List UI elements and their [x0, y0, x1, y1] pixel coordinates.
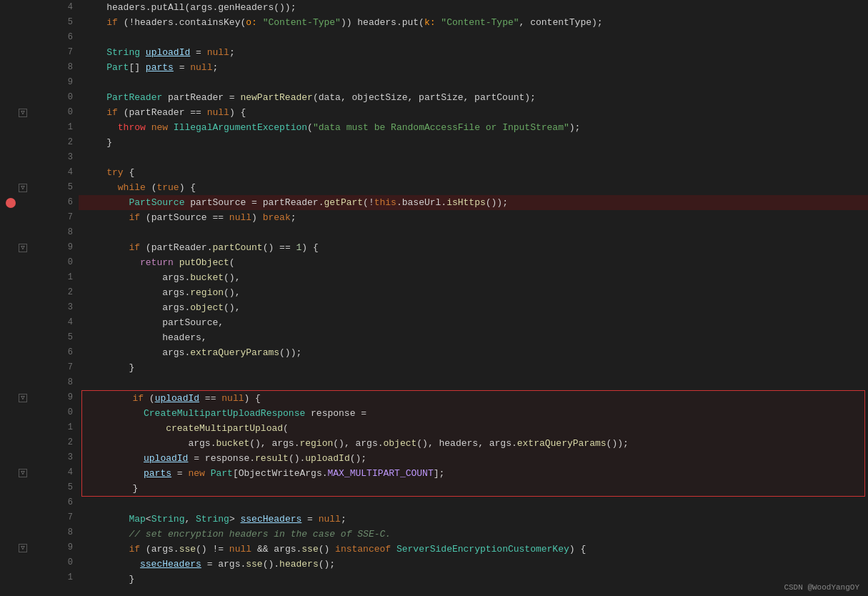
code-token — [84, 527, 129, 542]
code-token: (); — [319, 557, 335, 572]
code-token: args. — [84, 285, 190, 300]
code-token: (), headers, args. — [416, 436, 517, 451]
code-token — [168, 120, 174, 135]
code-token: () == — [263, 240, 296, 255]
code-token: ) { — [301, 240, 318, 255]
code-token — [84, 90, 106, 105]
code-line: ssecHeaders = args. sse (). headers (); — [79, 557, 868, 572]
code-token: (), — [224, 300, 240, 315]
code-token: extraQueryParams — [190, 345, 279, 360]
line-number: 6 — [50, 195, 73, 210]
gutter-row — [0, 15, 50, 30]
line-number: 0 — [50, 255, 73, 270]
gutter-row — [0, 345, 50, 360]
line-number: 1 — [50, 570, 73, 585]
fold-icon[interactable]: ▽ — [19, 394, 27, 402]
line-number: 9 — [50, 390, 73, 405]
code-token: null — [229, 210, 251, 225]
code-token: ; — [341, 512, 346, 527]
code-line: if ( uploadId == null ) { — [82, 391, 864, 406]
code-token: (), — [224, 270, 240, 285]
code-line — [79, 75, 868, 90]
code-token — [84, 512, 129, 527]
code-token: ) { — [244, 391, 261, 406]
gutter-row — [0, 120, 50, 135]
line-number: 6 — [50, 495, 73, 510]
code-token: sse — [301, 542, 318, 557]
line-number: 4 — [50, 0, 73, 15]
code-token — [205, 466, 211, 481]
code-line — [79, 30, 868, 45]
code-token: null — [207, 45, 229, 60]
line-number: 6 — [50, 345, 73, 360]
line-number: 3 — [50, 150, 73, 165]
code-token — [88, 391, 132, 406]
code-token: args. — [84, 300, 190, 315]
code-line: while ( true ) { — [79, 180, 868, 195]
line-number: 4 — [50, 465, 73, 480]
code-line: uploadId = response. result (). uploadId… — [82, 451, 864, 466]
code-token: ()); — [607, 436, 629, 451]
code-token — [146, 120, 151, 135]
code-token: ( — [283, 421, 289, 436]
code-token: "Content-Type" — [441, 15, 519, 30]
code-token: newPartReader — [240, 90, 312, 105]
code-token: throw — [118, 120, 146, 135]
line-number: 3 — [50, 300, 73, 315]
code-token: { — [124, 165, 135, 180]
code-token: ( — [144, 391, 155, 406]
line-number: 2 — [50, 135, 73, 150]
code-line: args. region (), — [79, 285, 868, 300]
line-number: 9 — [50, 75, 73, 90]
line-number: 9 — [50, 240, 73, 255]
gutter-row: ▽ — [0, 465, 50, 480]
code-token: (partReader. — [140, 240, 212, 255]
code-token: ) — [251, 210, 263, 225]
line-number: 6 — [50, 30, 73, 45]
code-token: ServerSideEncryptionCustomerKey — [396, 542, 569, 557]
fold-icon[interactable]: ▽ — [19, 469, 27, 477]
code-token: object — [384, 436, 417, 451]
boxed-section: if ( uploadId == null ) { CreateMultipar… — [81, 390, 865, 497]
code-token: (). — [263, 557, 279, 572]
line-number: 1 — [50, 420, 73, 435]
gutter-row — [0, 210, 50, 225]
code-token — [84, 180, 118, 195]
gutter-row — [0, 315, 50, 330]
code-token: && args. — [251, 542, 301, 557]
fold-icon[interactable]: ▽ — [19, 109, 27, 117]
gutter-row — [0, 135, 50, 150]
code-token: if — [106, 105, 118, 120]
code-token: (args. — [140, 542, 179, 557]
line-number: 8 — [50, 525, 73, 540]
line-number: 1 — [50, 120, 73, 135]
code-token: ( — [307, 120, 313, 135]
gutter-row: ▽ — [0, 540, 50, 555]
code-token: putObject — [179, 255, 229, 270]
gutter-row — [0, 270, 50, 285]
code-token: region — [299, 436, 333, 451]
code-token: IllegalArgumentException — [174, 120, 307, 135]
code-token: ssecHeaders — [240, 512, 301, 527]
code-token: getPart — [324, 195, 363, 210]
code-token: uploadId — [144, 451, 188, 466]
line-number: 7 — [50, 360, 73, 375]
line-number: 4 — [50, 165, 73, 180]
code-token — [84, 195, 129, 210]
fold-icon[interactable]: ▽ — [19, 184, 27, 192]
code-token: (! — [363, 195, 374, 210]
code-token — [88, 466, 144, 481]
code-line: try { — [79, 165, 868, 180]
code-token: () — [319, 542, 335, 557]
code-token: [ObjectWriteArgs. — [233, 466, 328, 481]
code-token: (), args. — [333, 436, 383, 451]
fold-icon[interactable]: ▽ — [19, 244, 27, 252]
gutter-row — [0, 330, 50, 345]
code-token: // set encryption headers in the case of… — [129, 527, 391, 542]
code-token: partCount — [212, 240, 262, 255]
fold-icon[interactable]: ▽ — [19, 544, 27, 552]
line-number: 7 — [50, 210, 73, 225]
code-token: = — [190, 45, 206, 60]
code-token: } — [88, 481, 138, 496]
code-line: } — [79, 360, 868, 375]
